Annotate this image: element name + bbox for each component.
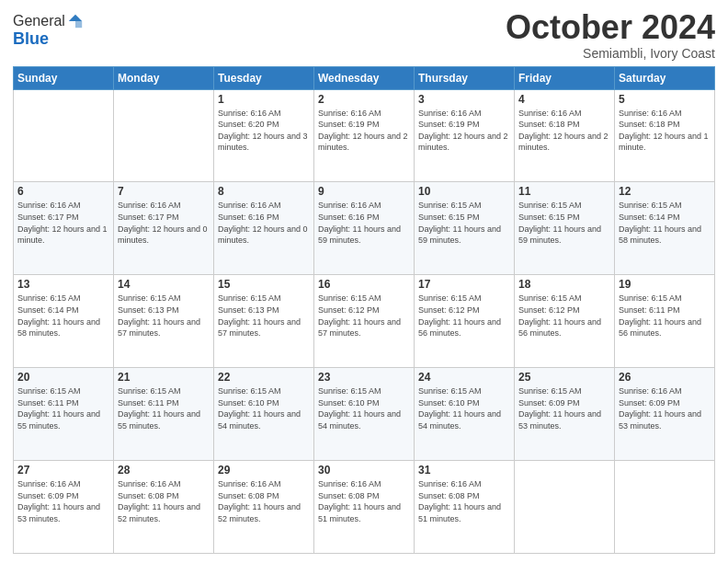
table-row: 2Sunrise: 6:16 AMSunset: 6:19 PMDaylight… xyxy=(314,89,415,182)
table-row: 28Sunrise: 6:16 AMSunset: 6:08 PMDayligh… xyxy=(114,461,214,554)
day-number: 25 xyxy=(518,371,610,384)
table-row: 23Sunrise: 6:15 AMSunset: 6:10 PMDayligh… xyxy=(314,368,415,461)
day-info: Sunrise: 6:15 AMSunset: 6:11 PMDaylight:… xyxy=(118,385,210,431)
day-info: Sunrise: 6:15 AMSunset: 6:15 PMDaylight:… xyxy=(518,200,610,246)
table-row: 11Sunrise: 6:15 AMSunset: 6:15 PMDayligh… xyxy=(515,182,615,275)
day-number: 12 xyxy=(619,185,711,198)
calendar-header-row: Sunday Monday Tuesday Wednesday Thursday… xyxy=(14,66,715,89)
day-number: 5 xyxy=(619,93,711,106)
col-wednesday: Wednesday xyxy=(314,66,415,89)
title-block: October 2024 Semiambli, Ivory Coast xyxy=(506,9,715,61)
table-row: 13Sunrise: 6:15 AMSunset: 6:14 PMDayligh… xyxy=(14,275,114,368)
table-row: 14Sunrise: 6:15 AMSunset: 6:13 PMDayligh… xyxy=(114,275,214,368)
day-info: Sunrise: 6:15 AMSunset: 6:13 PMDaylight:… xyxy=(118,293,210,339)
day-info: Sunrise: 6:16 AMSunset: 6:17 PMDaylight:… xyxy=(17,200,109,246)
day-number: 27 xyxy=(17,464,109,477)
day-number: 1 xyxy=(218,93,310,106)
day-info: Sunrise: 6:16 AMSunset: 6:16 PMDaylight:… xyxy=(318,200,410,246)
day-number: 29 xyxy=(218,464,310,477)
day-info: Sunrise: 6:16 AMSunset: 6:19 PMDaylight:… xyxy=(418,108,510,154)
day-number: 20 xyxy=(17,371,109,384)
table-row: 27Sunrise: 6:16 AMSunset: 6:09 PMDayligh… xyxy=(14,461,114,554)
table-row: 3Sunrise: 6:16 AMSunset: 6:19 PMDaylight… xyxy=(415,89,515,182)
table-row: 25Sunrise: 6:15 AMSunset: 6:09 PMDayligh… xyxy=(515,368,615,461)
day-info: Sunrise: 6:15 AMSunset: 6:11 PMDaylight:… xyxy=(619,293,711,339)
table-row xyxy=(615,461,715,554)
day-info: Sunrise: 6:15 AMSunset: 6:10 PMDaylight:… xyxy=(218,385,310,431)
col-tuesday: Tuesday xyxy=(214,66,314,89)
table-row: 10Sunrise: 6:15 AMSunset: 6:15 PMDayligh… xyxy=(415,182,515,275)
day-number: 8 xyxy=(218,185,310,198)
day-info: Sunrise: 6:15 AMSunset: 6:14 PMDaylight:… xyxy=(17,293,109,339)
day-number: 22 xyxy=(218,371,310,384)
table-row: 31Sunrise: 6:16 AMSunset: 6:08 PMDayligh… xyxy=(415,461,515,554)
table-row: 22Sunrise: 6:15 AMSunset: 6:10 PMDayligh… xyxy=(214,368,314,461)
day-info: Sunrise: 6:15 AMSunset: 6:09 PMDaylight:… xyxy=(518,385,610,431)
calendar-week-row: 20Sunrise: 6:15 AMSunset: 6:11 PMDayligh… xyxy=(14,368,715,461)
day-info: Sunrise: 6:16 AMSunset: 6:09 PMDaylight:… xyxy=(619,385,711,431)
day-info: Sunrise: 6:16 AMSunset: 6:19 PMDaylight:… xyxy=(318,108,410,154)
day-number: 18 xyxy=(518,278,610,291)
day-number: 19 xyxy=(619,278,711,291)
table-row: 17Sunrise: 6:15 AMSunset: 6:12 PMDayligh… xyxy=(415,275,515,368)
day-info: Sunrise: 6:16 AMSunset: 6:17 PMDaylight:… xyxy=(118,200,210,246)
day-number: 21 xyxy=(118,371,210,384)
day-info: Sunrise: 6:15 AMSunset: 6:12 PMDaylight:… xyxy=(318,293,410,339)
day-info: Sunrise: 6:15 AMSunset: 6:10 PMDaylight:… xyxy=(418,385,510,431)
table-row: 29Sunrise: 6:16 AMSunset: 6:08 PMDayligh… xyxy=(214,461,314,554)
day-number: 17 xyxy=(418,278,510,291)
day-info: Sunrise: 6:15 AMSunset: 6:14 PMDaylight:… xyxy=(619,200,711,246)
table-row: 12Sunrise: 6:15 AMSunset: 6:14 PMDayligh… xyxy=(615,182,715,275)
calendar-week-row: 27Sunrise: 6:16 AMSunset: 6:09 PMDayligh… xyxy=(14,461,715,554)
day-number: 4 xyxy=(518,93,610,106)
col-monday: Monday xyxy=(114,66,214,89)
day-number: 15 xyxy=(218,278,310,291)
table-row xyxy=(114,89,214,182)
calendar-week-row: 6Sunrise: 6:16 AMSunset: 6:17 PMDaylight… xyxy=(14,182,715,275)
logo-icon xyxy=(67,13,84,29)
col-sunday: Sunday xyxy=(14,66,114,89)
day-number: 26 xyxy=(619,371,711,384)
table-row: 8Sunrise: 6:16 AMSunset: 6:16 PMDaylight… xyxy=(214,182,314,275)
day-number: 7 xyxy=(118,185,210,198)
day-info: Sunrise: 6:16 AMSunset: 6:08 PMDaylight:… xyxy=(218,478,310,524)
day-info: Sunrise: 6:16 AMSunset: 6:08 PMDaylight:… xyxy=(118,478,210,524)
day-info: Sunrise: 6:16 AMSunset: 6:08 PMDaylight:… xyxy=(418,478,510,524)
day-number: 6 xyxy=(17,185,109,198)
svg-marker-0 xyxy=(69,15,82,21)
day-info: Sunrise: 6:16 AMSunset: 6:20 PMDaylight:… xyxy=(218,108,310,154)
day-info: Sunrise: 6:15 AMSunset: 6:11 PMDaylight:… xyxy=(17,385,109,431)
day-number: 9 xyxy=(318,185,410,198)
table-row: 16Sunrise: 6:15 AMSunset: 6:12 PMDayligh… xyxy=(314,275,415,368)
day-info: Sunrise: 6:16 AMSunset: 6:08 PMDaylight:… xyxy=(318,478,410,524)
header: General Blue October 2024 Semiambli, Ivo… xyxy=(13,9,715,61)
table-row: 21Sunrise: 6:15 AMSunset: 6:11 PMDayligh… xyxy=(114,368,214,461)
month-title: October 2024 xyxy=(506,9,715,46)
day-number: 24 xyxy=(418,371,510,384)
col-thursday: Thursday xyxy=(415,66,515,89)
page-container: General Blue October 2024 Semiambli, Ivo… xyxy=(0,0,728,563)
table-row: 7Sunrise: 6:16 AMSunset: 6:17 PMDaylight… xyxy=(114,182,214,275)
day-number: 31 xyxy=(418,464,510,477)
day-number: 3 xyxy=(418,93,510,106)
day-info: Sunrise: 6:15 AMSunset: 6:10 PMDaylight:… xyxy=(318,385,410,431)
calendar-week-row: 1Sunrise: 6:16 AMSunset: 6:20 PMDaylight… xyxy=(14,89,715,182)
day-number: 16 xyxy=(318,278,410,291)
table-row: 19Sunrise: 6:15 AMSunset: 6:11 PMDayligh… xyxy=(615,275,715,368)
day-number: 23 xyxy=(318,371,410,384)
day-info: Sunrise: 6:16 AMSunset: 6:18 PMDaylight:… xyxy=(518,108,610,154)
col-friday: Friday xyxy=(515,66,615,89)
table-row: 1Sunrise: 6:16 AMSunset: 6:20 PMDaylight… xyxy=(214,89,314,182)
table-row: 4Sunrise: 6:16 AMSunset: 6:18 PMDaylight… xyxy=(515,89,615,182)
table-row: 18Sunrise: 6:15 AMSunset: 6:12 PMDayligh… xyxy=(515,275,615,368)
table-row: 20Sunrise: 6:15 AMSunset: 6:11 PMDayligh… xyxy=(14,368,114,461)
day-info: Sunrise: 6:15 AMSunset: 6:12 PMDaylight:… xyxy=(418,293,510,339)
day-info: Sunrise: 6:15 AMSunset: 6:12 PMDaylight:… xyxy=(518,293,610,339)
calendar-table: Sunday Monday Tuesday Wednesday Thursday… xyxy=(13,66,715,554)
day-info: Sunrise: 6:15 AMSunset: 6:13 PMDaylight:… xyxy=(218,293,310,339)
day-info: Sunrise: 6:15 AMSunset: 6:15 PMDaylight:… xyxy=(418,200,510,246)
svg-marker-1 xyxy=(75,21,82,28)
table-row: 6Sunrise: 6:16 AMSunset: 6:17 PMDaylight… xyxy=(14,182,114,275)
day-number: 14 xyxy=(118,278,210,291)
location-subtitle: Semiambli, Ivory Coast xyxy=(506,46,715,61)
